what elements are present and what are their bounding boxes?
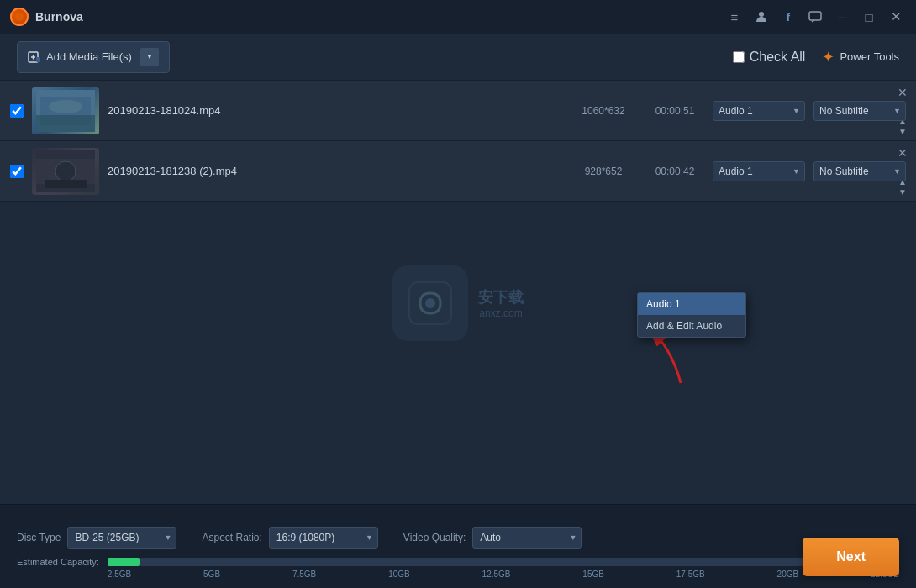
capacity-bar (108, 558, 899, 566)
add-media-button[interactable]: Add Media File(s) ▼ (17, 41, 170, 73)
aspect-ratio-select[interactable]: 16:9 (1080P) 4:3 (269, 527, 378, 549)
add-media-icon (28, 50, 41, 64)
facebook-icon[interactable]: f (776, 5, 800, 29)
cap-label-4: 10GB (388, 570, 410, 579)
svg-rect-5 (36, 57, 40, 62)
minimize-icon[interactable]: ─ (830, 5, 854, 29)
audio-dropdown-popup: Audio 1 Add & Edit Audio (637, 292, 746, 338)
power-tools-label: Power Tools (840, 50, 899, 63)
svg-point-12 (55, 161, 76, 181)
cap-label-7: 17.5GB (676, 570, 705, 579)
chevron-down-icon: ▼ (146, 53, 153, 60)
main-content: ✕ ▲ ▼ 20190213-181024.mp4 1060*632 00:00… (0, 81, 916, 538)
cap-label-5: 12.5GB (482, 570, 511, 579)
user-icon[interactable] (750, 5, 773, 29)
cap-label-6: 15GB (582, 570, 604, 579)
window-controls: ≡ f ─ □ ✕ (723, 0, 908, 34)
menu-icon[interactable]: ≡ (723, 5, 746, 29)
svg-point-16 (425, 298, 435, 308)
cap-label-8: 20GB (777, 570, 799, 579)
audio-option-add-edit[interactable]: Add & Edit Audio (638, 315, 745, 337)
check-all-checkbox[interactable] (733, 51, 745, 63)
row-2-audio-select[interactable]: Audio 1 Add & Edit Audio (713, 161, 805, 181)
chat-icon[interactable] (803, 5, 827, 29)
app-title: Burnova (35, 10, 83, 24)
close-icon[interactable]: ✕ (884, 5, 908, 29)
row-1-audio-select[interactable]: Audio 1 Add & Edit Audio (713, 101, 805, 121)
svg-rect-8 (36, 115, 95, 132)
row-2-subtitle-select[interactable]: No Subtitle (813, 161, 906, 181)
maximize-icon[interactable]: □ (857, 5, 881, 29)
power-tools-icon: ✦ (822, 48, 834, 66)
row-2-filename: 20190213-181238 (2).mp4 (108, 165, 259, 177)
add-media-dropdown-arrow[interactable]: ▼ (140, 48, 159, 66)
svg-rect-3 (809, 12, 821, 20)
row-2-checkbox[interactable] (10, 165, 24, 178)
row-1-thumbnail (32, 87, 99, 134)
capacity-bar-container: 2.5GB 5GB 7.5GB 10GB 12.5GB 15GB 17.5GB … (108, 558, 899, 566)
aspect-ratio-select-wrapper: 16:9 (1080P) 4:3 (269, 527, 378, 549)
power-tools-button[interactable]: ✦ Power Tools (822, 48, 899, 66)
row-1-filename: 20190213-181024.mp4 (108, 104, 259, 117)
titlebar: Burnova ≡ f ─ □ ✕ (0, 0, 916, 34)
aspect-ratio-label: Aspect Ratio: (202, 532, 261, 543)
svg-rect-13 (45, 180, 87, 188)
watermark-icon (392, 265, 468, 341)
aspect-ratio-group: Aspect Ratio: 16:9 (1080P) 4:3 (202, 527, 377, 549)
bottom-bar: Disc Type BD-25 (25GB) BD-50 (50GB) DVD-… (0, 504, 916, 588)
row-2-subtitle-select-wrapper: No Subtitle (813, 161, 906, 181)
estimated-capacity-label: Estimated Capacity: (17, 557, 99, 567)
row-1-duration: 00:00:51 (645, 105, 704, 117)
add-media-label: Add Media File(s) (46, 50, 132, 63)
next-button[interactable]: Next (803, 538, 899, 576)
cap-label-1: 2.5GB (108, 570, 131, 579)
capacity-bar-fill (108, 558, 140, 566)
row-1-audio-select-wrapper: Audio 1 Add & Edit Audio (713, 101, 805, 121)
toolbar-right: Check All ✦ Power Tools (733, 48, 899, 66)
watermark-url: anxz.com (479, 307, 522, 319)
row-1-subtitle-select[interactable]: No Subtitle (813, 101, 906, 121)
move-down-2-button[interactable]: ▼ (898, 187, 908, 197)
video-quality-select-wrapper: Auto High Medium Low (472, 527, 582, 549)
disc-type-select[interactable]: BD-25 (25GB) BD-50 (50GB) DVD-5 (4.7GB) … (67, 527, 176, 549)
audio-option-1[interactable]: Audio 1 (638, 293, 745, 315)
bottom-controls: Disc Type BD-25 (25GB) BD-50 (50GB) DVD-… (17, 527, 899, 549)
video-quality-label: Video Quality: (403, 532, 466, 543)
row-1-subtitle-select-wrapper: No Subtitle (813, 101, 906, 121)
capacity-labels: 2.5GB 5GB 7.5GB 10GB 12.5GB 15GB 17.5GB … (108, 570, 899, 579)
svg-point-2 (759, 12, 764, 17)
disc-type-label: Disc Type (17, 532, 61, 543)
media-row-1: ✕ ▲ ▼ 20190213-181024.mp4 1060*632 00:00… (0, 81, 916, 141)
remove-row-1-button[interactable]: ✕ (898, 86, 908, 99)
svg-point-1 (15, 13, 24, 21)
row-2-thumbnail (32, 148, 99, 195)
check-all-group: Check All (733, 50, 806, 65)
disc-type-group: Disc Type BD-25 (25GB) BD-50 (50GB) DVD-… (17, 527, 176, 549)
cap-label-2: 5GB (203, 570, 220, 579)
remove-row-2-button[interactable]: ✕ (898, 146, 908, 160)
disc-type-select-wrapper: BD-25 (25GB) BD-50 (50GB) DVD-5 (4.7GB) … (67, 527, 176, 549)
move-down-1-button[interactable]: ▼ (898, 127, 908, 137)
row-1-resolution: 1060*632 (570, 105, 637, 117)
row-1-checkbox[interactable] (10, 104, 24, 118)
media-row-2: ✕ ▲ ▼ 20190213-181238 (2).mp4 928*652 00… (0, 141, 916, 202)
check-all-label: Check All (750, 50, 806, 65)
video-quality-select[interactable]: Auto High Medium Low (472, 527, 582, 549)
row-2-audio-select-wrapper: Audio 1 Add & Edit Audio (713, 161, 805, 181)
video-quality-group: Video Quality: Auto High Medium Low (403, 527, 582, 549)
capacity-row: Estimated Capacity: 2.5GB 5GB 7.5GB 10GB… (17, 557, 899, 567)
toolbar: Add Media File(s) ▼ Check All ✦ Power To… (0, 34, 916, 81)
app-logo (10, 8, 29, 26)
watermark-text: 安下载 (478, 287, 524, 307)
row-2-duration: 00:00:42 (645, 165, 704, 177)
svg-point-9 (49, 100, 82, 113)
row-2-resolution: 928*652 (570, 165, 637, 177)
cap-label-3: 7.5GB (292, 570, 316, 579)
watermark: 安下载 anxz.com (392, 265, 524, 341)
